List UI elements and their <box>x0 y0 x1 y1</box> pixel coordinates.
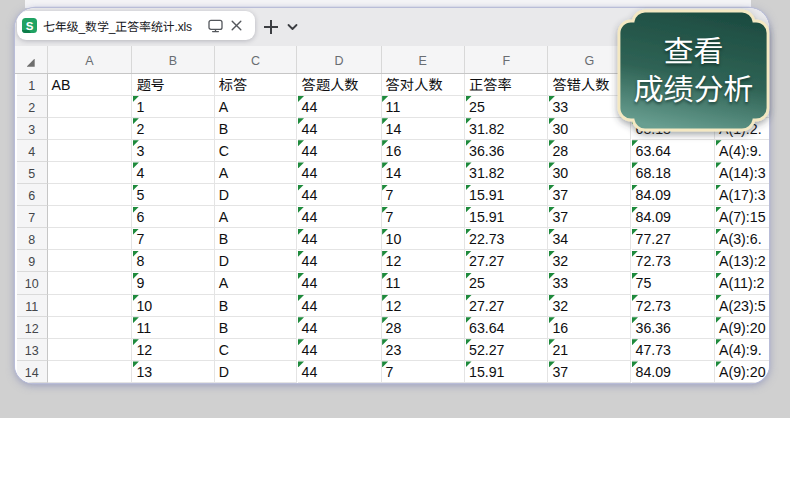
cell-G12[interactable]: 16 <box>548 317 631 339</box>
cell-B3[interactable]: 2 <box>132 118 214 140</box>
cell-D10[interactable]: 44 <box>298 272 382 294</box>
cell-D4[interactable]: 44 <box>298 140 382 162</box>
cell-H13[interactable]: 47.73 <box>632 339 716 361</box>
cell-B13[interactable]: 12 <box>132 339 214 361</box>
cell-E2[interactable]: 11 <box>382 96 465 118</box>
column-header-B[interactable]: B <box>132 46 214 73</box>
cell-A3[interactable] <box>48 118 133 140</box>
row-header-12[interactable]: 12 <box>17 317 48 339</box>
cell-E8[interactable]: 10 <box>382 228 465 250</box>
cell-F7[interactable]: 15.91 <box>465 206 548 228</box>
cell-G6[interactable]: 37 <box>548 184 631 206</box>
row-header-6[interactable]: 6 <box>17 184 48 206</box>
tab-list-chevron-icon[interactable] <box>283 17 301 37</box>
cell-A11[interactable] <box>48 295 133 317</box>
cell-A9[interactable] <box>48 250 133 272</box>
cell-D12[interactable]: 44 <box>298 317 382 339</box>
cell-A7[interactable] <box>48 206 133 228</box>
cell-F14[interactable]: 15.91 <box>465 361 548 383</box>
cell-H7[interactable]: 84.09 <box>632 206 716 228</box>
cell-B14[interactable]: 13 <box>132 361 214 383</box>
cell-F6[interactable]: 15.91 <box>465 184 548 206</box>
cell-I8[interactable]: A(3):6. <box>715 228 769 250</box>
column-header-E[interactable]: E <box>382 46 465 73</box>
document-tab[interactable]: S 七年级_数学_正答率统计.xls <box>17 11 255 40</box>
cell-D14[interactable]: 44 <box>298 361 382 383</box>
tab-close-icon[interactable] <box>228 11 244 40</box>
cell-B5[interactable]: 4 <box>132 162 214 184</box>
cell-A6[interactable] <box>48 184 133 206</box>
cell-C3[interactable]: B <box>215 118 298 140</box>
cell-I5[interactable]: A(14):3 <box>715 162 769 184</box>
cell-C10[interactable]: A <box>215 272 298 294</box>
cell-C9[interactable]: D <box>215 250 298 272</box>
cell-D2[interactable]: 44 <box>298 96 382 118</box>
row-header-1[interactable]: 1 <box>17 74 48 96</box>
cell-E4[interactable]: 16 <box>382 140 465 162</box>
new-tab-button[interactable] <box>259 15 283 39</box>
cell-F13[interactable]: 52.27 <box>465 339 548 361</box>
cell-B11[interactable]: 10 <box>132 295 214 317</box>
cell-D5[interactable]: 44 <box>298 162 382 184</box>
cell-E14[interactable]: 7 <box>382 361 465 383</box>
column-header-D[interactable]: D <box>298 46 382 73</box>
cell-B10[interactable]: 9 <box>132 272 214 294</box>
cell-E11[interactable]: 12 <box>382 295 465 317</box>
select-all-corner[interactable] <box>15 46 48 73</box>
cell-E6[interactable]: 7 <box>382 184 465 206</box>
cell-E9[interactable]: 12 <box>382 250 465 272</box>
cell-A10[interactable] <box>48 272 133 294</box>
column-header-C[interactable]: C <box>215 46 298 73</box>
cell-F10[interactable]: 25 <box>465 272 548 294</box>
cell-B12[interactable]: 11 <box>132 317 214 339</box>
cell-D9[interactable]: 44 <box>298 250 382 272</box>
cell-C6[interactable]: D <box>215 184 298 206</box>
row-header-8[interactable]: 8 <box>17 228 48 250</box>
cell-B6[interactable]: 5 <box>132 184 214 206</box>
row-header-4[interactable]: 4 <box>17 140 48 162</box>
cell-G11[interactable]: 32 <box>548 295 631 317</box>
cell-H9[interactable]: 72.73 <box>632 250 716 272</box>
cell-F1[interactable]: 正答率 <box>465 74 548 96</box>
cell-F5[interactable]: 31.82 <box>465 162 548 184</box>
cell-F2[interactable]: 25 <box>465 96 548 118</box>
row-header-13[interactable]: 13 <box>17 339 48 361</box>
cell-G10[interactable]: 33 <box>548 272 631 294</box>
cell-H5[interactable]: 68.18 <box>632 162 716 184</box>
cell-F9[interactable]: 27.27 <box>465 250 548 272</box>
cell-H11[interactable]: 72.73 <box>632 295 716 317</box>
cell-H6[interactable]: 84.09 <box>632 184 716 206</box>
cell-G9[interactable]: 32 <box>548 250 631 272</box>
cell-A8[interactable] <box>48 228 133 250</box>
cell-F8[interactable]: 22.73 <box>465 228 548 250</box>
cell-E12[interactable]: 28 <box>382 317 465 339</box>
cell-C14[interactable]: D <box>215 361 298 383</box>
cell-C7[interactable]: A <box>215 206 298 228</box>
cell-C1[interactable]: 标答 <box>215 74 298 96</box>
cell-F3[interactable]: 31.82 <box>465 118 548 140</box>
cell-I9[interactable]: A(13):2 <box>715 250 769 272</box>
cell-D13[interactable]: 44 <box>298 339 382 361</box>
cell-E10[interactable]: 11 <box>382 272 465 294</box>
cell-A12[interactable] <box>48 317 133 339</box>
row-header-11[interactable]: 11 <box>17 295 48 317</box>
row-header-10[interactable]: 10 <box>17 272 48 294</box>
cell-A5[interactable] <box>48 162 133 184</box>
cell-C11[interactable]: B <box>215 295 298 317</box>
cell-I14[interactable]: A(9):20 <box>715 361 769 383</box>
column-header-F[interactable]: F <box>465 46 548 73</box>
cell-I7[interactable]: A(7):15 <box>715 206 769 228</box>
cell-B1[interactable]: 题号 <box>132 74 214 96</box>
cell-D1[interactable]: 答题人数 <box>298 74 382 96</box>
row-header-2[interactable]: 2 <box>17 96 48 118</box>
cell-H8[interactable]: 77.27 <box>632 228 716 250</box>
cell-C12[interactable]: B <box>215 317 298 339</box>
cell-A1[interactable]: AB <box>48 74 133 96</box>
cell-D3[interactable]: 44 <box>298 118 382 140</box>
cell-G14[interactable]: 37 <box>548 361 631 383</box>
row-header-14[interactable]: 14 <box>17 361 48 383</box>
cell-C5[interactable]: A <box>215 162 298 184</box>
column-header-A[interactable]: A <box>48 46 133 73</box>
cell-A4[interactable] <box>48 140 133 162</box>
cell-D7[interactable]: 44 <box>298 206 382 228</box>
